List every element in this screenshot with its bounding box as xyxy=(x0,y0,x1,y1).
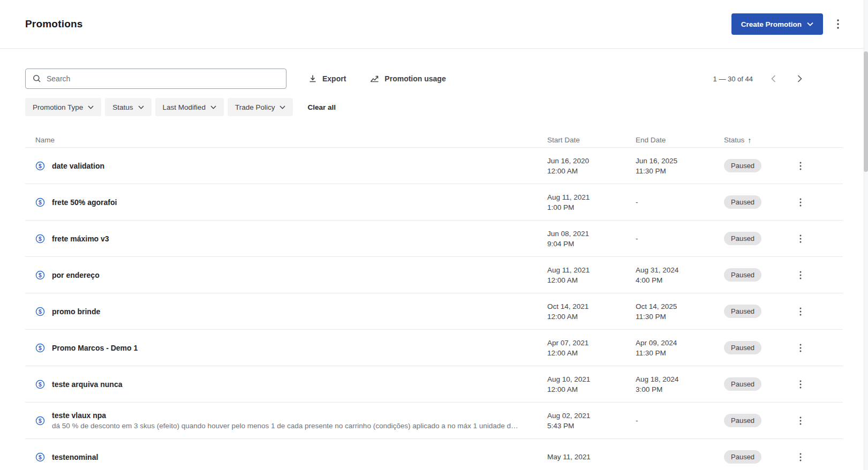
start-time: 12:00 AM xyxy=(547,348,636,358)
promotion-name-cell[interactable]: $ date validation xyxy=(25,161,547,171)
filter-promotion-type[interactable]: Promotion Type xyxy=(25,98,101,116)
end-date: Jun 16, 2025 xyxy=(636,156,724,166)
start-time: 12:00 AM xyxy=(547,166,636,176)
column-header-end-date: End Date xyxy=(636,136,724,144)
start-date-cell: Aug 02, 2021 5:43 PM xyxy=(547,411,636,431)
kebab-vertical-icon xyxy=(799,416,802,425)
status-badge: Paused xyxy=(724,195,761,209)
column-header-name: Name xyxy=(25,136,547,144)
row-overflow-menu-button[interactable] xyxy=(796,304,805,319)
table-row[interactable]: $ frete máximo v3 Jun 08, 2021 9:04 PM -… xyxy=(25,221,843,257)
filter-trade-policy[interactable]: Trade Policy xyxy=(228,98,293,116)
row-overflow-menu-button[interactable] xyxy=(796,195,805,210)
end-date-cell: - xyxy=(636,415,724,426)
end-date: Aug 18, 2024 xyxy=(636,374,724,384)
promotion-name-cell[interactable]: $ por endereço xyxy=(25,270,547,280)
row-overflow-menu-button[interactable] xyxy=(796,377,805,392)
promotion-name-lines: teste arquiva nunca xyxy=(52,380,123,389)
end-date-cell: Jun 16, 2025 11:30 PM xyxy=(636,156,724,176)
table-row[interactable]: $ teste vlaux npa dá 50 % de desconto em… xyxy=(25,403,843,439)
row-overflow-menu-button[interactable] xyxy=(796,450,805,465)
start-time: 12:00 AM xyxy=(547,312,636,322)
filter-last-modified[interactable]: Last Modified xyxy=(155,98,224,116)
kebab-vertical-icon xyxy=(799,234,802,243)
header-overflow-menu-button[interactable] xyxy=(834,16,842,32)
row-overflow-menu-button[interactable] xyxy=(796,340,805,355)
promotion-usage-button[interactable]: Promotion usage xyxy=(370,74,446,83)
vertical-scrollbar-thumb[interactable] xyxy=(864,51,868,172)
chevron-left-icon xyxy=(770,74,777,83)
end-date-cell: - xyxy=(636,197,724,207)
promotion-name: Promo Marcos - Demo 1 xyxy=(52,344,138,352)
table-row[interactable]: $ date validation Jun 16, 2020 12:00 AM … xyxy=(25,148,843,184)
filter-trade-policy-label: Trade Policy xyxy=(235,103,275,111)
promotion-name-cell[interactable]: $ Promo Marcos - Demo 1 xyxy=(25,343,547,353)
filter-bar: Promotion Type Status Last Modified Trad… xyxy=(0,98,868,116)
end-date-cell: - xyxy=(636,233,724,244)
kebab-vertical-icon xyxy=(799,380,802,389)
promotion-name-lines: date validation xyxy=(52,162,104,170)
end-date-cell: Oct 14, 2025 11:30 PM xyxy=(636,301,724,322)
table-row[interactable]: $ frete 50% agorafoi Aug 11, 2021 1:00 P… xyxy=(25,184,843,221)
promotion-name-cell[interactable]: $ teste vlaux npa dá 50 % de desconto em… xyxy=(25,411,547,430)
circle-dollar-icon: $ xyxy=(35,416,45,426)
kebab-vertical-icon xyxy=(799,162,802,170)
create-promotion-button[interactable]: Create Promotion xyxy=(731,13,823,35)
promotion-name-lines: testenominal xyxy=(52,453,98,461)
filter-status[interactable]: Status xyxy=(105,98,151,116)
circle-dollar-icon: $ xyxy=(35,452,45,462)
export-button[interactable]: Export xyxy=(308,74,346,83)
promotion-name-cell[interactable]: $ frete máximo v3 xyxy=(25,234,547,244)
row-overflow-menu-button[interactable] xyxy=(796,268,805,283)
promotion-name-cell[interactable]: $ promo brinde xyxy=(25,307,547,316)
promotion-name: teste vlaux npa xyxy=(52,411,518,420)
kebab-vertical-icon xyxy=(799,307,802,316)
search-input[interactable] xyxy=(47,74,279,83)
toolbar: Export Promotion usage 1 — 30 of 44 xyxy=(0,69,868,89)
promotion-name-cell[interactable]: $ teste arquiva nunca xyxy=(25,380,547,389)
end-date: Aug 31, 2024 xyxy=(636,265,724,275)
end-date: Oct 14, 2025 xyxy=(636,301,724,312)
table-row[interactable]: $ testenominal May 11, 2021 Paused xyxy=(25,439,843,470)
vertical-scrollbar-track[interactable] xyxy=(864,0,868,470)
start-date: Jun 08, 2021 xyxy=(547,229,636,239)
table-row[interactable]: $ Promo Marcos - Demo 1 Apr 07, 2021 12:… xyxy=(25,330,843,366)
row-overflow-menu-button[interactable] xyxy=(796,158,805,173)
end-date: - xyxy=(636,233,724,244)
search-box[interactable] xyxy=(25,69,286,89)
chevron-down-icon xyxy=(138,105,144,109)
clear-all-filters-button[interactable]: Clear all xyxy=(307,103,336,111)
table-row[interactable]: $ por endereço Aug 11, 2021 12:00 AM Aug… xyxy=(25,257,843,293)
promotion-name-cell[interactable]: $ frete 50% agorafoi xyxy=(25,198,547,207)
end-date-cell: Apr 09, 2024 11:30 PM xyxy=(636,338,724,358)
pagination-range: 1 — 30 of 44 xyxy=(713,75,753,83)
svg-text:$: $ xyxy=(39,308,42,314)
pagination: 1 — 30 of 44 xyxy=(713,72,805,85)
column-header-status[interactable]: Status ↑ xyxy=(724,136,796,145)
table-row[interactable]: $ promo brinde Oct 14, 2021 12:00 AM Oct… xyxy=(25,293,843,330)
promotion-name-lines: Promo Marcos - Demo 1 xyxy=(52,344,138,352)
promotion-description: dá 50 % de desconto em 3 skus (efeito) q… xyxy=(52,422,518,430)
pagination-next-button[interactable] xyxy=(794,72,805,85)
pagination-prev-button[interactable] xyxy=(768,72,779,85)
svg-text:$: $ xyxy=(39,236,42,241)
search-icon xyxy=(33,74,41,83)
row-overflow-menu-button[interactable] xyxy=(796,231,805,246)
chevron-down-icon xyxy=(280,105,285,109)
row-overflow-menu-button[interactable] xyxy=(796,413,805,428)
promotion-name: frete 50% agorafoi xyxy=(52,198,117,207)
start-date: Aug 02, 2021 xyxy=(547,411,636,421)
promotion-name-cell[interactable]: $ testenominal xyxy=(25,452,547,462)
sort-arrow-up-icon: ↑ xyxy=(748,136,751,145)
svg-text:$: $ xyxy=(39,163,42,169)
start-time: 9:04 PM xyxy=(547,239,636,249)
promotion-name: date validation xyxy=(52,162,104,170)
start-time: 5:43 PM xyxy=(547,421,636,431)
circle-dollar-icon: $ xyxy=(35,270,45,280)
status-cell: Paused xyxy=(724,450,796,464)
table-row[interactable]: $ teste arquiva nunca Aug 10, 2021 12:00… xyxy=(25,366,843,403)
circle-dollar-icon: $ xyxy=(35,161,45,171)
status-badge: Paused xyxy=(724,414,761,427)
end-time: 4:00 PM xyxy=(636,275,724,285)
promotions-table: Name Start Date End Date Status ↑ $ date… xyxy=(25,133,843,470)
